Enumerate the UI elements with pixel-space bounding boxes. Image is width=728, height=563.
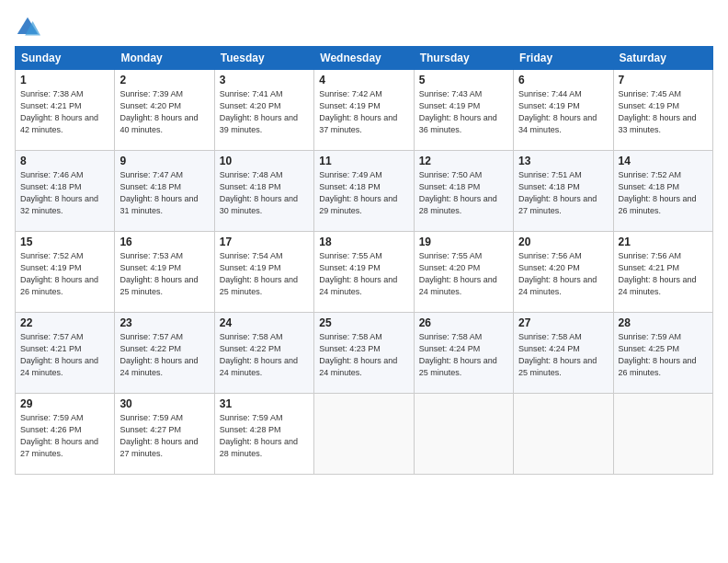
calendar-header-row: SundayMondayTuesdayWednesdayThursdayFrid… bbox=[16, 47, 713, 70]
day-info: Sunrise: 7:41 AMSunset: 4:20 PMDaylight:… bbox=[220, 88, 309, 136]
day-number: 30 bbox=[119, 397, 209, 410]
calendar-cell: 3Sunrise: 7:41 AMSunset: 4:20 PMDaylight… bbox=[214, 70, 313, 151]
day-number: 2 bbox=[119, 74, 209, 86]
calendar-header-monday: Monday bbox=[115, 47, 214, 70]
calendar-header-saturday: Saturday bbox=[613, 47, 712, 70]
day-number: 23 bbox=[119, 316, 209, 329]
day-number: 8 bbox=[20, 155, 109, 167]
day-number: 21 bbox=[619, 236, 708, 248]
day-number: 6 bbox=[518, 74, 608, 86]
day-info: Sunrise: 7:49 AMSunset: 4:18 PMDaylight:… bbox=[319, 169, 408, 217]
day-number: 7 bbox=[619, 74, 708, 86]
calendar-cell: 8Sunrise: 7:46 AMSunset: 4:18 PMDaylight… bbox=[16, 151, 115, 232]
day-number: 28 bbox=[619, 316, 708, 329]
logo-icon bbox=[15, 15, 40, 40]
calendar-cell: 12Sunrise: 7:50 AMSunset: 4:18 PMDayligh… bbox=[414, 151, 513, 232]
calendar-cell: 16Sunrise: 7:53 AMSunset: 4:19 PMDayligh… bbox=[115, 232, 214, 313]
calendar-cell: 22Sunrise: 7:57 AMSunset: 4:21 PMDayligh… bbox=[16, 313, 115, 394]
day-info: Sunrise: 7:52 AMSunset: 4:18 PMDaylight:… bbox=[619, 169, 708, 217]
day-number: 17 bbox=[220, 236, 309, 248]
calendar-cell: 25Sunrise: 7:58 AMSunset: 4:23 PMDayligh… bbox=[314, 313, 414, 394]
day-info: Sunrise: 7:57 AMSunset: 4:22 PMDaylight:… bbox=[119, 331, 209, 379]
calendar-cell: 9Sunrise: 7:47 AMSunset: 4:18 PMDaylight… bbox=[115, 151, 214, 232]
day-info: Sunrise: 7:59 AMSunset: 4:25 PMDaylight:… bbox=[619, 331, 708, 379]
day-number: 9 bbox=[119, 155, 209, 167]
day-number: 12 bbox=[419, 155, 508, 167]
day-info: Sunrise: 7:50 AMSunset: 4:18 PMDaylight:… bbox=[419, 169, 508, 217]
calendar-week-5: 29Sunrise: 7:59 AMSunset: 4:26 PMDayligh… bbox=[16, 394, 713, 475]
day-info: Sunrise: 7:59 AMSunset: 4:27 PMDaylight:… bbox=[119, 412, 209, 460]
calendar-cell: 30Sunrise: 7:59 AMSunset: 4:27 PMDayligh… bbox=[115, 394, 214, 475]
day-number: 5 bbox=[419, 74, 508, 86]
day-info: Sunrise: 7:43 AMSunset: 4:19 PMDaylight:… bbox=[419, 88, 508, 136]
calendar-cell bbox=[414, 394, 513, 475]
day-number: 13 bbox=[518, 155, 608, 167]
calendar-week-4: 22Sunrise: 7:57 AMSunset: 4:21 PMDayligh… bbox=[16, 313, 713, 394]
calendar-cell: 11Sunrise: 7:49 AMSunset: 4:18 PMDayligh… bbox=[314, 151, 414, 232]
day-info: Sunrise: 7:56 AMSunset: 4:21 PMDaylight:… bbox=[619, 250, 708, 298]
day-info: Sunrise: 7:57 AMSunset: 4:21 PMDaylight:… bbox=[20, 331, 109, 379]
calendar-cell: 24Sunrise: 7:58 AMSunset: 4:22 PMDayligh… bbox=[214, 313, 313, 394]
day-number: 22 bbox=[20, 316, 109, 329]
calendar-cell: 26Sunrise: 7:58 AMSunset: 4:24 PMDayligh… bbox=[414, 313, 513, 394]
calendar-header-thursday: Thursday bbox=[414, 47, 513, 70]
calendar-week-1: 1Sunrise: 7:38 AMSunset: 4:21 PMDaylight… bbox=[16, 70, 713, 151]
calendar-cell: 2Sunrise: 7:39 AMSunset: 4:20 PMDaylight… bbox=[115, 70, 214, 151]
day-number: 25 bbox=[319, 316, 408, 329]
calendar-cell bbox=[314, 394, 414, 475]
day-info: Sunrise: 7:58 AMSunset: 4:22 PMDaylight:… bbox=[220, 331, 309, 379]
day-number: 18 bbox=[319, 236, 408, 248]
calendar-cell: 18Sunrise: 7:55 AMSunset: 4:19 PMDayligh… bbox=[314, 232, 414, 313]
calendar-cell bbox=[613, 394, 712, 475]
day-info: Sunrise: 7:58 AMSunset: 4:23 PMDaylight:… bbox=[319, 331, 408, 379]
calendar-cell: 6Sunrise: 7:44 AMSunset: 4:19 PMDaylight… bbox=[514, 70, 613, 151]
day-number: 3 bbox=[220, 74, 309, 86]
day-number: 16 bbox=[119, 236, 209, 248]
calendar-cell: 15Sunrise: 7:52 AMSunset: 4:19 PMDayligh… bbox=[16, 232, 115, 313]
day-info: Sunrise: 7:48 AMSunset: 4:18 PMDaylight:… bbox=[220, 169, 309, 217]
calendar-week-3: 15Sunrise: 7:52 AMSunset: 4:19 PMDayligh… bbox=[16, 232, 713, 313]
calendar-header-friday: Friday bbox=[514, 47, 613, 70]
calendar-cell: 10Sunrise: 7:48 AMSunset: 4:18 PMDayligh… bbox=[214, 151, 313, 232]
calendar-cell: 21Sunrise: 7:56 AMSunset: 4:21 PMDayligh… bbox=[613, 232, 712, 313]
day-info: Sunrise: 7:44 AMSunset: 4:19 PMDaylight:… bbox=[518, 88, 608, 136]
day-info: Sunrise: 7:51 AMSunset: 4:18 PMDaylight:… bbox=[518, 169, 608, 217]
calendar-week-2: 8Sunrise: 7:46 AMSunset: 4:18 PMDaylight… bbox=[16, 151, 713, 232]
calendar-cell: 23Sunrise: 7:57 AMSunset: 4:22 PMDayligh… bbox=[115, 313, 214, 394]
day-info: Sunrise: 7:46 AMSunset: 4:18 PMDaylight:… bbox=[20, 169, 109, 217]
day-number: 15 bbox=[20, 236, 109, 248]
day-number: 29 bbox=[20, 397, 109, 410]
calendar-cell: 14Sunrise: 7:52 AMSunset: 4:18 PMDayligh… bbox=[613, 151, 712, 232]
calendar-cell: 27Sunrise: 7:58 AMSunset: 4:24 PMDayligh… bbox=[514, 313, 613, 394]
day-info: Sunrise: 7:38 AMSunset: 4:21 PMDaylight:… bbox=[20, 88, 109, 136]
day-number: 27 bbox=[518, 316, 608, 329]
calendar-cell: 4Sunrise: 7:42 AMSunset: 4:19 PMDaylight… bbox=[314, 70, 414, 151]
day-info: Sunrise: 7:39 AMSunset: 4:20 PMDaylight:… bbox=[119, 88, 209, 136]
day-info: Sunrise: 7:58 AMSunset: 4:24 PMDaylight:… bbox=[419, 331, 508, 379]
calendar-cell: 13Sunrise: 7:51 AMSunset: 4:18 PMDayligh… bbox=[514, 151, 613, 232]
day-number: 19 bbox=[419, 236, 508, 248]
day-number: 31 bbox=[220, 397, 309, 410]
calendar-header-tuesday: Tuesday bbox=[214, 47, 313, 70]
calendar-cell: 19Sunrise: 7:55 AMSunset: 4:20 PMDayligh… bbox=[414, 232, 513, 313]
day-info: Sunrise: 7:59 AMSunset: 4:26 PMDaylight:… bbox=[20, 412, 109, 460]
day-info: Sunrise: 7:56 AMSunset: 4:20 PMDaylight:… bbox=[518, 250, 608, 298]
day-info: Sunrise: 7:55 AMSunset: 4:20 PMDaylight:… bbox=[419, 250, 508, 298]
day-info: Sunrise: 7:45 AMSunset: 4:19 PMDaylight:… bbox=[619, 88, 708, 136]
day-info: Sunrise: 7:58 AMSunset: 4:24 PMDaylight:… bbox=[518, 331, 608, 379]
calendar-cell: 31Sunrise: 7:59 AMSunset: 4:28 PMDayligh… bbox=[214, 394, 313, 475]
day-info: Sunrise: 7:55 AMSunset: 4:19 PMDaylight:… bbox=[319, 250, 408, 298]
day-info: Sunrise: 7:59 AMSunset: 4:28 PMDaylight:… bbox=[220, 412, 309, 460]
calendar-cell: 7Sunrise: 7:45 AMSunset: 4:19 PMDaylight… bbox=[613, 70, 712, 151]
calendar-header-wednesday: Wednesday bbox=[314, 47, 414, 70]
day-number: 24 bbox=[220, 316, 309, 329]
day-info: Sunrise: 7:52 AMSunset: 4:19 PMDaylight:… bbox=[20, 250, 109, 298]
header bbox=[15, 15, 713, 40]
day-number: 11 bbox=[319, 155, 408, 167]
calendar-cell: 20Sunrise: 7:56 AMSunset: 4:20 PMDayligh… bbox=[514, 232, 613, 313]
calendar-cell: 29Sunrise: 7:59 AMSunset: 4:26 PMDayligh… bbox=[16, 394, 115, 475]
day-number: 20 bbox=[518, 236, 608, 248]
day-number: 14 bbox=[619, 155, 708, 167]
calendar-header-sunday: Sunday bbox=[16, 47, 115, 70]
day-number: 10 bbox=[220, 155, 309, 167]
